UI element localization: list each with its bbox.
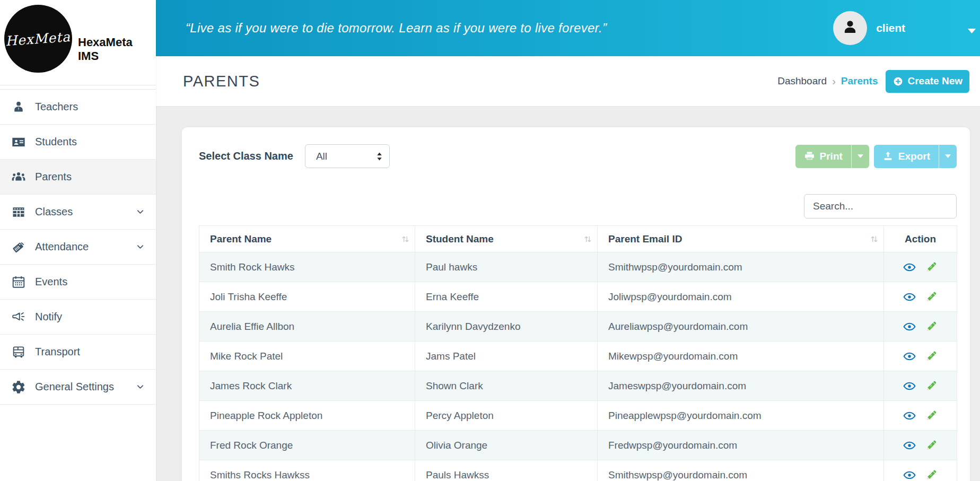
attendance-icon <box>11 240 26 255</box>
action-cell <box>884 371 957 401</box>
eye-icon <box>903 409 916 422</box>
parent-email-cell: Smithwpsp@yourdomain.com <box>598 252 884 282</box>
breadcrumb-dashboard[interactable]: Dashboard <box>777 75 827 87</box>
view-button[interactable] <box>902 468 917 481</box>
edit-button[interactable] <box>924 349 939 364</box>
student-name-cell: Percy Appleton <box>415 401 598 431</box>
edit-button[interactable] <box>924 260 939 275</box>
plus-circle-icon <box>892 76 904 87</box>
eye-icon <box>903 261 916 274</box>
student-name-cell: Pauls Hawkss <box>415 460 598 481</box>
edit-button[interactable] <box>924 408 939 423</box>
sidebar-item-teachers[interactable]: Teachers <box>0 90 156 125</box>
settings-icon <box>11 380 26 395</box>
table-body: Smith Rock Hawks Paul hawks Smithwpsp@yo… <box>199 252 957 481</box>
view-button[interactable] <box>902 319 917 334</box>
student-name-cell: Erna Keeffe <box>415 282 598 312</box>
parent-name-cell: Smiths Rocks Hawkss <box>199 460 415 481</box>
sort-icon <box>400 234 410 244</box>
table-header-row: Parent Name Student Name Parent Email ID… <box>199 226 957 252</box>
class-filter-label: Select Class Name <box>199 150 293 162</box>
username: client <box>876 22 905 34</box>
sidebar-item-transport[interactable]: Transport <box>0 335 156 370</box>
pencil-icon <box>925 261 938 274</box>
sidebar-item-parents[interactable]: Parents <box>0 160 156 195</box>
class-filter-select[interactable]: All <box>305 144 390 168</box>
content-area: Select Class Name All Print <box>156 106 980 481</box>
chevron-down-icon <box>135 207 145 217</box>
edit-button[interactable] <box>924 468 939 481</box>
parent-email-cell: Aureliawpsp@yourdomain.com <box>598 312 884 342</box>
sort-icon <box>583 234 593 244</box>
sidebar-item-general-settings[interactable]: General Settings <box>0 370 156 405</box>
view-button[interactable] <box>902 438 917 453</box>
search-row <box>199 194 957 218</box>
column-header-parent-name[interactable]: Parent Name <box>199 226 415 252</box>
parent-email-cell: Mikewpsp@yourdomain.com <box>598 342 884 371</box>
edit-button[interactable] <box>924 319 939 334</box>
page-header-right: Dashboard › Parents Create New <box>777 70 969 93</box>
search-input[interactable] <box>804 194 957 218</box>
parents-card: Select Class Name All Print <box>182 127 970 481</box>
avatar <box>833 11 867 45</box>
column-header-parent-email-id[interactable]: Parent Email ID <box>598 226 884 252</box>
edit-button[interactable] <box>924 290 939 304</box>
sidebar-nav: Teachers Students Parents Classes Attend… <box>0 89 156 405</box>
sidebar-item-students[interactable]: Students <box>0 125 156 160</box>
sidebar-item-attendance[interactable]: Attendance <box>0 230 156 265</box>
app-root: HexMeta HexaMeta IMS Teachers Students P… <box>0 0 980 481</box>
events-icon <box>11 275 26 290</box>
sidebar-item-classes[interactable]: Classes <box>0 195 156 230</box>
student-name-cell: Karilynn Davydzenko <box>415 312 598 342</box>
column-header-action: Action <box>884 226 957 252</box>
parent-name-cell: Joli Trisha Keeffe <box>199 282 415 312</box>
breadcrumb: Dashboard › Parents <box>777 75 878 88</box>
table-row: Aurelia Effie Allbon Karilynn Davydzenko… <box>199 312 957 342</box>
export-button-group: Export <box>874 145 957 168</box>
pencil-icon <box>925 469 938 481</box>
edit-button[interactable] <box>924 379 939 393</box>
sidebar-item-notify[interactable]: Notify <box>0 300 156 335</box>
motivational-quote: “Live as if you were to die tomorrow. Le… <box>186 21 607 36</box>
parent-email-cell: Smithswpsp@yourdomain.com <box>598 460 884 481</box>
print-button[interactable]: Print <box>795 145 852 168</box>
view-button[interactable] <box>902 349 917 364</box>
student-name-cell: Jams Patel <box>415 342 598 371</box>
action-cell <box>884 460 957 481</box>
classes-icon <box>11 205 26 220</box>
user-menu[interactable]: client <box>833 11 905 45</box>
action-cell <box>884 401 957 431</box>
parent-email-cell: Pineapplewpsp@yourdomain.com <box>598 401 884 431</box>
upload-icon <box>882 151 894 162</box>
page-header: PARENTS Dashboard › Parents Create New <box>156 56 980 106</box>
view-button[interactable] <box>902 408 917 423</box>
teacher-icon <box>11 100 26 115</box>
page-title: PARENTS <box>183 73 260 90</box>
action-cell <box>884 282 957 312</box>
printer-icon <box>804 151 815 162</box>
export-dropdown-toggle[interactable] <box>939 145 957 168</box>
parent-email-cell: Fredwpsp@yourdomain.com <box>598 431 884 460</box>
action-cell <box>884 312 957 342</box>
view-button[interactable] <box>902 379 917 393</box>
user-menu-caret[interactable] <box>968 26 976 31</box>
student-name-cell: Paul hawks <box>415 252 598 282</box>
view-button[interactable] <box>902 260 917 275</box>
sidebar: HexMeta HexaMeta IMS Teachers Students P… <box>0 0 156 481</box>
print-dropdown-toggle[interactable] <box>852 145 869 168</box>
students-icon <box>11 135 26 150</box>
pencil-icon <box>925 350 938 363</box>
caret-down-icon <box>968 26 976 31</box>
view-button[interactable] <box>902 290 917 304</box>
create-new-button[interactable]: Create New <box>886 70 970 93</box>
column-header-student-name[interactable]: Student Name <box>415 226 598 252</box>
export-button[interactable]: Export <box>874 145 939 168</box>
pencil-icon <box>925 320 938 333</box>
action-cell <box>884 342 957 371</box>
parents-table: Parent Name Student Name Parent Email ID… <box>199 225 957 481</box>
edit-button[interactable] <box>924 438 939 453</box>
pencil-icon <box>925 409 938 422</box>
action-cell <box>884 431 957 460</box>
brand-logo-text: HexMeta <box>5 29 72 49</box>
sidebar-item-events[interactable]: Events <box>0 265 156 300</box>
